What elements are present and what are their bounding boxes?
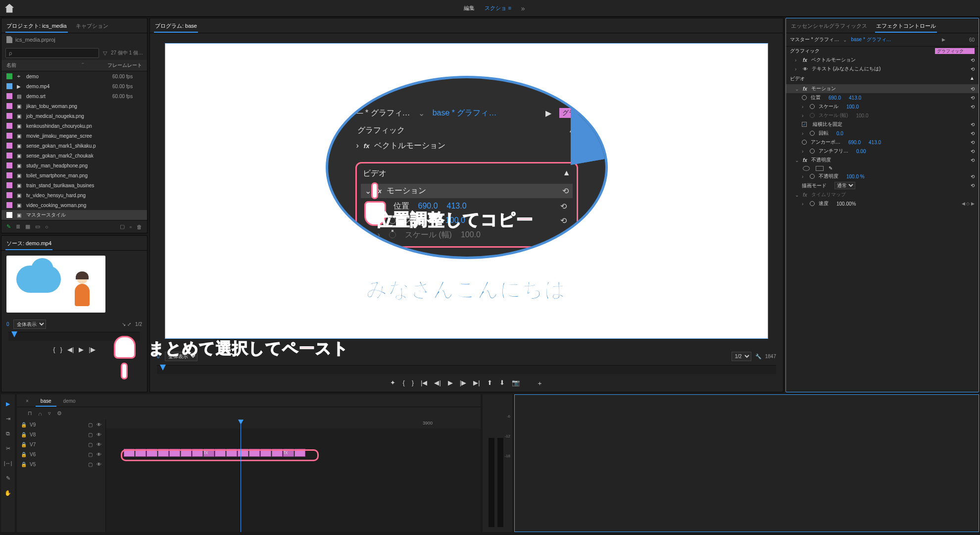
source-monitor[interactable] xyxy=(6,256,105,313)
item-count: 27 個中 1 個… xyxy=(111,50,143,56)
add-marker-icon[interactable]: ✦ xyxy=(390,379,395,388)
track-header[interactable]: 🔒V5▢👁 xyxy=(17,459,105,469)
project-search-input[interactable] xyxy=(5,48,99,58)
step-back-icon[interactable]: ◀| xyxy=(434,379,441,388)
menu-edit[interactable]: 編集 xyxy=(464,4,475,12)
asset-row[interactable]: ▣job_medical_nougeka.png xyxy=(1,111,147,121)
link-icon[interactable]: ∩ xyxy=(38,411,42,417)
source-fit-select[interactable]: 全体表示 xyxy=(13,320,46,329)
tab-program[interactable]: プログラム: base xyxy=(154,20,198,33)
new-item-icon[interactable]: ▫ xyxy=(130,224,132,230)
chevron-right-icon[interactable]: » xyxy=(521,4,525,12)
blend-mode-select[interactable]: 通常 xyxy=(834,182,855,189)
file-type-icon: ▣ xyxy=(15,202,22,209)
asset-row[interactable]: ▣video_cooking_woman.png xyxy=(1,200,147,210)
lift-icon[interactable]: ⬆ xyxy=(487,379,492,388)
source-tc[interactable]: 0 xyxy=(6,321,9,327)
snap-icon[interactable]: ⊓ xyxy=(28,410,32,417)
zoom-slider[interactable]: ○ xyxy=(45,224,49,230)
tab-seq-dummy[interactable]: × xyxy=(21,396,34,407)
asset-row[interactable]: ▣study_man_headphone.png xyxy=(1,160,147,170)
asset-row[interactable]: ⫩demo60.00 fps xyxy=(1,71,147,81)
goto-in-icon[interactable]: |◀ xyxy=(421,379,427,388)
file-icon xyxy=(6,36,12,43)
asset-row[interactable]: ▤demo.srt60.00 fps xyxy=(1,91,147,101)
step-fwd-icon[interactable]: |▶ xyxy=(460,379,466,388)
asset-row[interactable]: ▣jikan_tobu_woman.png xyxy=(1,101,147,111)
selection-tool-icon[interactable]: ▶ xyxy=(3,399,12,408)
tab-source[interactable]: ソース: demo.mp4 xyxy=(5,238,52,250)
asset-row[interactable]: ▣movie_jimaku_megane_scree xyxy=(1,131,147,141)
annotation-paste: まとめて選択してペースト xyxy=(148,338,349,360)
tab-seq-base[interactable]: base xyxy=(36,396,56,407)
pointing-hand-down-icon xyxy=(114,336,139,371)
icon-view-icon[interactable]: ▦ xyxy=(25,223,30,230)
file-type-icon: ▣ xyxy=(15,142,22,149)
tab-project[interactable]: プロジェクト: ics_media xyxy=(5,20,68,33)
home-icon[interactable] xyxy=(5,4,14,13)
program-monitor[interactable]: — * グラフィ…⌄base * グラフィ…▶グラ グラフィック▲ ›fxベクト… xyxy=(165,43,768,339)
file-type-icon: ▣ xyxy=(15,212,22,218)
track-header[interactable]: 🔒V6▢👁 xyxy=(17,449,105,459)
track-header[interactable]: 🔒V9▢👁 xyxy=(17,420,105,429)
right-bottom-panel xyxy=(514,394,979,532)
program-frames: 1847 xyxy=(765,354,776,359)
project-file: ics_media.prproj xyxy=(1,33,147,46)
razor-tool-icon[interactable]: ✂ xyxy=(3,444,12,453)
asset-row[interactable]: ▣マスタースタイル xyxy=(1,210,147,220)
file-type-icon: ▣ xyxy=(15,122,22,129)
funnel-icon[interactable]: ▽ xyxy=(103,50,107,56)
file-type-icon: ▣ xyxy=(15,152,22,159)
asset-row[interactable]: ▣sense_gokan_mark2_choukak xyxy=(1,151,147,160)
marker-icon[interactable]: ▿ xyxy=(48,410,51,417)
export-frame-icon[interactable]: 📷 xyxy=(512,379,520,388)
slip-tool-icon[interactable]: |↔| xyxy=(3,459,12,468)
pen-icon[interactable]: ✎ xyxy=(829,165,833,171)
playhead[interactable] xyxy=(241,420,241,532)
workspace-tab[interactable]: スクショ ≡ xyxy=(485,4,511,12)
trash-icon[interactable]: 🗑 xyxy=(137,224,142,230)
step-fwd-icon[interactable]: |▶ xyxy=(89,346,95,353)
timeline-ruler[interactable]: 3900 4200 xyxy=(106,420,481,428)
mark-in-icon[interactable]: { xyxy=(402,379,404,388)
pen-tool-icon[interactable]: ✎ xyxy=(3,474,12,482)
pen-icon[interactable]: ✎ xyxy=(6,223,11,230)
hand-tool-icon[interactable]: ✋ xyxy=(3,488,12,497)
file-type-icon: ▣ xyxy=(15,132,22,139)
program-zoom-select[interactable]: 1/2 xyxy=(732,352,751,361)
mark-out-icon[interactable]: } xyxy=(412,379,414,388)
annotation-copy: 位置調整してコピー xyxy=(376,209,534,231)
step-back-icon[interactable]: ◀| xyxy=(67,346,74,353)
track-header[interactable]: 🔒V7▢👁 xyxy=(17,439,105,449)
file-type-icon: ▣ xyxy=(15,192,22,199)
add-button[interactable]: ＋ xyxy=(537,379,543,388)
asset-row[interactable]: ▣sense_gokan_mark1_shikaku.p xyxy=(1,141,147,151)
new-bin-icon[interactable]: ▢ xyxy=(120,223,125,230)
tab-essential-graphics[interactable]: エッセンシャルグラフィックス xyxy=(790,20,868,33)
file-type-icon: ▣ xyxy=(15,182,22,189)
tab-seq-demo[interactable]: demo xyxy=(58,396,81,407)
extract-icon[interactable]: ⬇ xyxy=(499,379,505,388)
settings-icon[interactable]: ⚙ xyxy=(57,410,62,417)
ripple-tool-icon[interactable]: ⧉ xyxy=(3,429,12,438)
asset-row[interactable]: ▶demo.mp460.00 fps xyxy=(1,81,147,91)
list-view-icon[interactable]: ≣ xyxy=(16,223,20,230)
freeform-view-icon[interactable]: ▭ xyxy=(35,223,40,230)
play-icon[interactable]: ▶ xyxy=(79,346,84,353)
track-header[interactable]: 🔒V8▢👁 xyxy=(17,429,105,439)
play-icon[interactable]: ▶ xyxy=(448,379,453,388)
mark-out-icon[interactable]: } xyxy=(60,346,62,353)
asset-row[interactable]: ▣tv_video_hensyu_hard.png xyxy=(1,190,147,200)
program-ruler[interactable] xyxy=(157,365,776,374)
file-type-icon: ▤ xyxy=(15,93,22,100)
wrench-icon[interactable]: 🔧 xyxy=(755,354,761,359)
track-select-tool-icon[interactable]: ⇥ xyxy=(3,414,12,423)
goto-out-icon[interactable]: ▶| xyxy=(473,379,480,388)
file-type-icon: ▣ xyxy=(15,112,22,119)
mark-in-icon[interactable]: { xyxy=(53,346,55,353)
tab-caption[interactable]: キャプション xyxy=(75,20,109,33)
asset-row[interactable]: ▣kenkoushindan_chouryoku.pn xyxy=(1,121,147,131)
asset-row[interactable]: ▣toilet_smartphone_man.png xyxy=(1,170,147,180)
tab-effect-controls[interactable]: エフェクトコントロール xyxy=(875,20,937,33)
asset-row[interactable]: ▣train_stand_tsurikawa_busines xyxy=(1,180,147,190)
